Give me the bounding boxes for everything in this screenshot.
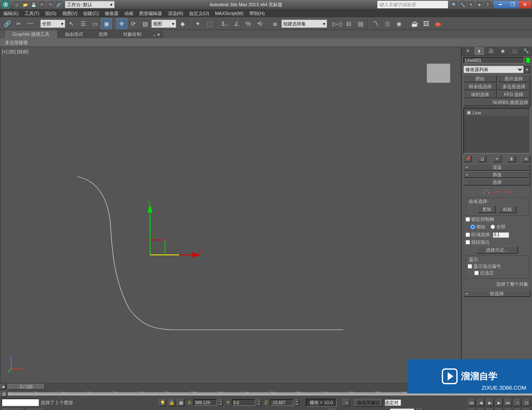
help-icon[interactable]: ?: [484, 1, 491, 8]
unlink-icon[interactable]: ✂: [13, 18, 24, 29]
menu-group[interactable]: 组(G): [45, 10, 57, 17]
menu-tools[interactable]: 工具(T): [25, 10, 39, 17]
spinner-snap-icon[interactable]: ⟲: [254, 18, 265, 29]
rect-select-icon[interactable]: ▭: [89, 18, 100, 29]
next-key-icon[interactable]: ▶: [495, 399, 503, 406]
render-icon[interactable]: 🫖: [432, 18, 443, 29]
render-setup-icon[interactable]: ☕: [409, 18, 420, 29]
link-icon[interactable]: 🔗: [2, 18, 12, 29]
orbit-icon[interactable]: ⊕: [495, 408, 503, 410]
redo-icon[interactable]: ↷: [47, 1, 54, 8]
minimize-button[interactable]: ━: [494, 1, 506, 8]
viewport[interactable]: [+] [前] [线框] y x z x: [0, 47, 461, 383]
tools-icon[interactable]: 🔧: [459, 1, 466, 8]
workspace-select[interactable]: 工作台: 默认▾: [65, 1, 115, 8]
keyfilter-icon[interactable]: 〽: [416, 408, 424, 410]
goto-end-icon[interactable]: ⏭: [505, 399, 512, 406]
hierarchy-tab-icon[interactable]: 品: [486, 47, 495, 55]
menu-render[interactable]: 渲染(R): [168, 10, 183, 17]
select-method-button[interactable]: 选择方式...: [476, 246, 518, 254]
extrude-button[interactable]: 挤出: [463, 75, 497, 82]
search-icon[interactable]: 🔍: [451, 1, 458, 8]
menu-maxscript[interactable]: MAXScript(M): [215, 11, 243, 16]
ref-coord-select[interactable]: 视图▾: [151, 20, 176, 28]
vertex-subobj-icon[interactable]: [482, 189, 490, 195]
tab-select[interactable]: 选择: [91, 30, 115, 38]
tab-graphite[interactable]: Graphite 建模工具: [5, 30, 57, 38]
poly-modeling-label[interactable]: 多边形建模: [5, 40, 28, 46]
app-icon[interactable]: ⓢ: [1, 0, 10, 9]
menu-help[interactable]: 帮助(H): [249, 10, 265, 17]
viewport-label[interactable]: [+] [前] [线框]: [2, 49, 29, 55]
poly-select-button[interactable]: 多边形选择: [497, 83, 530, 90]
key-mode-icon[interactable]: ⊸: [342, 399, 350, 406]
lock-icon[interactable]: 🔒: [168, 399, 175, 406]
welcome-button[interactable]: 欢迎使用: [2, 408, 24, 410]
x-coord-input[interactable]: [194, 399, 217, 406]
play-icon[interactable]: ▶: [486, 399, 494, 406]
rotate-icon[interactable]: ⟳: [128, 18, 139, 29]
curve-editor-icon[interactable]: 〽: [370, 18, 381, 29]
help-search-input[interactable]: 键入关键字或短语: [377, 1, 448, 8]
spline-subobj-icon[interactable]: [504, 189, 512, 195]
named-selection-select[interactable]: 创建选择集▾: [281, 20, 327, 28]
setkey-button[interactable]: 设置关键点: [390, 408, 414, 410]
isolate-icon[interactable]: ▣: [329, 408, 337, 410]
project-icon[interactable]: 🔗: [55, 1, 62, 8]
percent-snap-icon[interactable]: %: [243, 18, 254, 29]
make-unique-icon[interactable]: Ψ: [493, 156, 501, 162]
manipulate-icon[interactable]: ✦: [192, 18, 203, 29]
similar-radio[interactable]: 相似: [470, 224, 485, 230]
create-tab-icon[interactable]: ✳: [463, 47, 472, 55]
rollout-select-header[interactable]: -选择: [463, 179, 530, 185]
zoom-icon[interactable]: 🔍: [486, 408, 494, 410]
nurbs-surface-button[interactable]: NURBS 曲面选择: [463, 99, 530, 106]
time-config-icon[interactable]: ⏱: [468, 408, 475, 410]
window-crossing-icon[interactable]: ▣: [101, 18, 112, 29]
mirror-icon[interactable]: ▷◁: [332, 18, 342, 29]
star-icon[interactable]: ★: [475, 1, 483, 8]
stack-item-line[interactable]: ▣ Line: [466, 109, 528, 116]
menu-customize[interactable]: 自定义(U): [189, 10, 209, 17]
tab-paint[interactable]: 对象绘制: [116, 30, 149, 38]
new-icon[interactable]: 🗋: [13, 1, 21, 8]
configure-icon[interactable]: ⊞: [522, 156, 530, 162]
viewcube[interactable]: [427, 64, 450, 83]
time-slider-thumb[interactable]: 0 / 100: [7, 384, 45, 390]
ribbon-expand-icon[interactable]: ⌄ ▾: [149, 31, 163, 38]
ffd-select-button[interactable]: FFD 选择: [497, 91, 530, 98]
align-icon[interactable]: ⊟: [343, 18, 354, 29]
copy-button[interactable]: 复制: [478, 205, 496, 213]
max-viewport-icon[interactable]: ⊞: [523, 408, 530, 410]
key-selection-input[interactable]: [384, 399, 401, 406]
all-radio[interactable]: 全部: [490, 224, 505, 230]
open-icon[interactable]: 📂: [22, 1, 29, 8]
spline-select-button[interactable]: 样条线选择: [463, 83, 497, 90]
select-object-icon[interactable]: ↖: [66, 18, 77, 29]
zoom-extents-icon[interactable]: ⛶: [514, 408, 521, 410]
tab-freeform[interactable]: 自由形式: [57, 30, 91, 38]
keyboard-shortcut-icon[interactable]: ⬚: [204, 18, 215, 29]
fov-icon[interactable]: ▱: [505, 408, 512, 410]
schematic-view-icon[interactable]: ⌼: [382, 18, 393, 29]
remove-mod-icon[interactable]: 🗑: [507, 156, 516, 162]
edit-named-sel-icon[interactable]: ≣: [270, 18, 281, 29]
autokey-button[interactable]: 自动关键点: [354, 399, 383, 407]
modify-tab-icon[interactable]: ◗: [475, 47, 484, 55]
display-tab-icon[interactable]: ▢: [510, 47, 519, 55]
rollout-interp-header[interactable]: +插值: [463, 171, 530, 178]
menu-views[interactable]: 视图(V): [62, 10, 78, 17]
menu-edit[interactable]: 编辑(E): [3, 10, 19, 17]
utilities-tab-icon[interactable]: 🔧: [522, 47, 531, 55]
expand-icon[interactable]: ▣: [467, 110, 471, 115]
segment-subobj-icon[interactable]: [493, 189, 501, 195]
nav-2-icon[interactable]: ⊡: [523, 399, 530, 406]
select-by-name-icon[interactable]: ☰: [78, 18, 89, 29]
maximize-button[interactable]: ❐: [506, 1, 519, 8]
z-coord-input[interactable]: [270, 399, 293, 406]
prev-key-icon[interactable]: ◀: [477, 399, 485, 406]
menu-create[interactable]: 创建(C): [83, 10, 99, 17]
volume-select-button[interactable]: 体积选择: [463, 91, 497, 98]
y-coord-input[interactable]: [232, 399, 255, 406]
paste-button[interactable]: 粘贴: [498, 205, 517, 213]
